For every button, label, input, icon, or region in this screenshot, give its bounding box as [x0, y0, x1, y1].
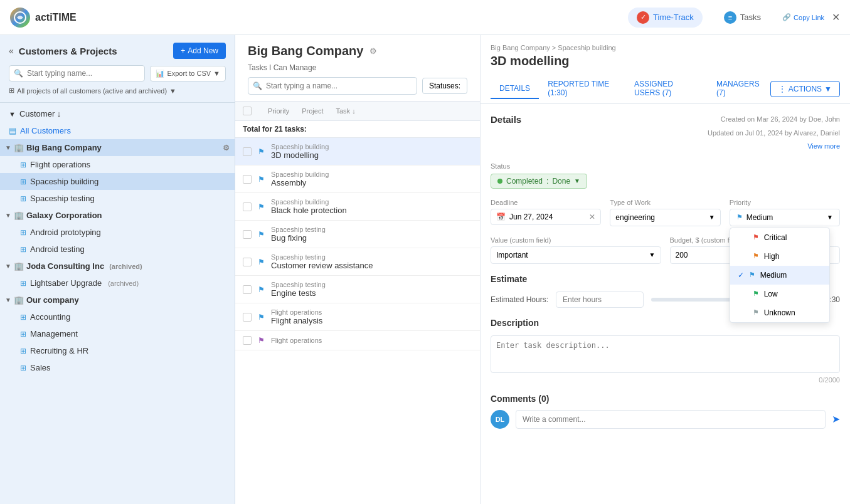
task-item[interactable]: ⚑ Flight operations [235, 331, 480, 350]
task-info: Spaceship testing Customer review assist… [271, 253, 472, 270]
task-name: Black hole protection [271, 206, 472, 215]
check-icon: ✓ [738, 271, 744, 280]
estimated-hours-label: Estimated Hours: [491, 295, 548, 304]
estimated-hours-input[interactable] [556, 291, 644, 308]
send-comment-button[interactable]: ➤ [832, 413, 840, 425]
close-panel-button[interactable]: ✕ [832, 11, 840, 23]
task-list-header: Priority Project Task ↓ [235, 102, 480, 121]
status-value: Completed [506, 177, 543, 186]
task-item[interactable]: ⚑ Spaceship testing Engine tests [235, 276, 480, 303]
export-csv-button[interactable]: 📊 Export to CSV ▼ [150, 66, 226, 81]
view-more-link[interactable]: View more [807, 142, 840, 150]
customer-dropdown[interactable]: ▼ Customer ↓ [0, 105, 235, 122]
task-checkbox[interactable] [243, 336, 252, 345]
deadline-input[interactable]: 📅 Jun 27, 2024 ✕ [491, 209, 601, 225]
task-checkbox[interactable] [243, 230, 252, 239]
sidebar-item-big-bang[interactable]: ▼ 🏢 Big Bang Company ⚙ [0, 139, 235, 156]
toggle-arrow-our-company: ▼ [5, 297, 11, 303]
sidebar-item-joda[interactable]: ▼ 🏢 Joda Consulting Inc (archived) [0, 258, 235, 275]
task-item[interactable]: ⚑ Spaceship building 3D modelling [235, 138, 480, 165]
task-checkbox[interactable] [243, 258, 252, 266]
big-bang-label: Big Bang Company [26, 143, 102, 152]
task-item[interactable]: ⚑ Spaceship building Assembly [235, 165, 480, 193]
sidebar-item-all-customers[interactable]: ▤ All Customers [0, 122, 235, 139]
sidebar-item-management[interactable]: ⊞ Management [0, 325, 235, 342]
add-new-button[interactable]: + Add New [173, 43, 226, 59]
task-checkbox[interactable] [243, 285, 252, 294]
gear-big-bang[interactable]: ⚙ [223, 144, 230, 152]
content-search-input[interactable] [248, 77, 417, 95]
select-all-checkbox[interactable] [243, 107, 252, 115]
task-checkbox[interactable] [243, 147, 252, 156]
type-of-work-input[interactable]: engineering ▼ [610, 209, 720, 226]
sidebar-item-our-company[interactable]: ▼ 🏢 Our company [0, 291, 235, 308]
tasks-label: Tasks [740, 13, 761, 22]
sidebar-item-accounting[interactable]: ⊞ Accounting [0, 308, 235, 325]
tab-details[interactable]: DETAILS [491, 79, 539, 99]
value-field-input[interactable]: Important ▼ [491, 246, 661, 264]
clear-date-button[interactable]: ✕ [589, 213, 595, 221]
actions-button[interactable]: ⋮ ACTIONS ▼ [770, 81, 840, 97]
sidebar-item-android-testing[interactable]: ⊞ Android testing [0, 241, 235, 258]
sidebar-collapse-button[interactable]: « [9, 46, 14, 56]
copy-link-button[interactable]: 🔗 Copy Link [782, 13, 824, 21]
comments-section: Comments (0) DL ➤ [491, 394, 840, 429]
comment-input[interactable] [516, 410, 826, 429]
priority-option-high[interactable]: ⚑ High [730, 247, 829, 266]
status-badge[interactable]: Completed : Done ▼ [491, 174, 587, 189]
priority-button[interactable]: ⚑ Medium ▼ [730, 209, 840, 226]
copy-link-label: Copy Link [794, 14, 824, 21]
customer-icon-big-bang: 🏢 [14, 143, 24, 152]
value-field-label: Value (custom field) [491, 236, 661, 244]
task-name: Customer review assistance [271, 261, 472, 270]
sidebar-item-recruiting[interactable]: ⊞ Recruiting & HR [0, 342, 235, 359]
status-badge-label: Done [552, 177, 570, 186]
task-item[interactable]: ⚑ Flight operations Flight analysis [235, 303, 480, 331]
content-settings-icon[interactable]: ⚙ [369, 46, 377, 56]
sidebar-item-lightsaber[interactable]: ⊞ Lightsaber Upgrade (archived) [0, 275, 235, 291]
task-info: Flight operations [271, 337, 472, 344]
description-input[interactable] [491, 335, 840, 373]
task-item[interactable]: ⚑ Spaceship testing Bug fixing [235, 221, 480, 248]
actions-dropdown-icon: ▼ [824, 85, 832, 93]
breadcrumb: Big Bang Company > Spaceship building [491, 44, 840, 51]
priority-option-medium[interactable]: ✓ ⚑ Medium [730, 266, 829, 285]
task-flag-icon: ⚑ [258, 313, 265, 322]
content-title: Big Bang Company [248, 44, 363, 58]
tab-managers[interactable]: MANAGERS (7) [708, 75, 770, 103]
sidebar-item-flight-ops[interactable]: ⊞ Flight operations [0, 156, 235, 173]
sidebar-item-android-proto[interactable]: ⊞ Android prototyping [0, 224, 235, 241]
export-icon: 📊 [156, 70, 164, 78]
customer-dropdown-label: Customer ↓ [19, 109, 61, 118]
char-count: 0/2000 [491, 376, 840, 384]
sidebar-item-galaxy[interactable]: ▼ 🏢 Galaxy Corporation [0, 207, 235, 224]
priority-option-low[interactable]: ⚑ Low [730, 285, 829, 303]
detail-tabs: DETAILS REPORTED TIME (1:30) ASSIGNED US… [491, 75, 770, 103]
task-item[interactable]: ⚑ Spaceship building Black hole protecti… [235, 193, 480, 221]
comments-title: Comments (0) [491, 394, 840, 404]
project-icon-accounting: ⊞ [20, 313, 26, 322]
task-item[interactable]: ⚑ Spaceship testing Customer review assi… [235, 248, 480, 276]
statuses-button[interactable]: Statuses: [422, 78, 467, 94]
value-field-group: Value (custom field) Important ▼ [491, 236, 661, 264]
actions-label: ACTIONS [789, 85, 822, 93]
task-checkbox[interactable] [243, 175, 252, 184]
sidebar-search-input[interactable] [9, 65, 145, 81]
tab-reported-time[interactable]: REPORTED TIME (1:30) [539, 75, 625, 103]
tab-assigned-users[interactable]: ASSIGNED USERS (7) [625, 75, 708, 103]
filter-row[interactable]: ⊞ All projects of all customers (active … [9, 87, 226, 95]
tasks-tab[interactable]: ≡ Tasks [715, 8, 770, 28]
search-icon: 🔍 [14, 69, 23, 78]
spaceship-building-label: Spaceship building [30, 177, 98, 186]
task-checkbox[interactable] [243, 313, 252, 322]
sidebar-item-spaceship-building[interactable]: ⊞ Spaceship building [0, 173, 235, 190]
sidebar-item-sales[interactable]: ⊞ Sales [0, 359, 235, 376]
task-checkbox[interactable] [243, 202, 252, 211]
time-track-tab[interactable]: ✓ Time-Track [628, 8, 703, 28]
task-project: Spaceship testing [271, 226, 472, 233]
sidebar-item-spaceship-testing[interactable]: ⊞ Spaceship testing [0, 190, 235, 207]
priority-option-critical[interactable]: ⚑ Critical [730, 228, 829, 247]
priority-option-unknown[interactable]: ⚑ Unknown [730, 303, 829, 322]
priority-critical-label: Critical [764, 233, 787, 242]
android-proto-label: Android prototyping [30, 228, 101, 237]
